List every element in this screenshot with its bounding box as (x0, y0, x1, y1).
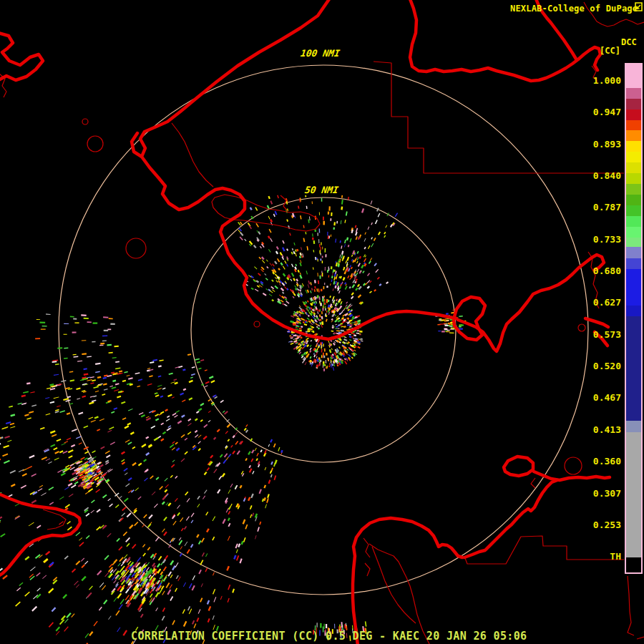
colorbar-segment (626, 421, 641, 432)
colorbar-segment (626, 306, 641, 316)
colorbar-segment (626, 173, 641, 184)
cod-logo-icon (634, 2, 643, 12)
map-thin-line (172, 123, 213, 187)
coastline (534, 472, 610, 480)
lake-outline (126, 238, 146, 258)
colorbar-label: 0.680 (578, 265, 621, 277)
lake-outline (82, 119, 88, 125)
colorbar-segment (626, 238, 641, 247)
colorbar-segment (626, 227, 641, 238)
product-code-label: DCC (621, 37, 637, 47)
colorbar-segment (626, 432, 641, 557)
colorbar-label: 0.467 (578, 392, 621, 404)
colorbar-segment (626, 195, 641, 205)
colorbar-label: 0.733 (578, 234, 621, 245)
map-thin-line (369, 544, 430, 644)
colorbar-segment (626, 120, 641, 130)
colorbar-segment (626, 258, 641, 269)
range-ring (191, 197, 456, 462)
map-thin-line (628, 576, 644, 639)
colorbar-segment (626, 130, 641, 141)
colorbar-segment (626, 64, 641, 88)
colorbar-label: 0.893 (578, 139, 621, 150)
colorbar-segment (626, 141, 641, 152)
colorbar-segment (626, 162, 641, 173)
radar-map-canvas (0, 0, 644, 644)
range-ring-label: 50 NMI (303, 185, 341, 195)
range-rings (59, 65, 588, 595)
product-unit-label: [CC] (600, 46, 620, 56)
colorbar-segment (626, 99, 641, 109)
colorbar-label: 0.787 (578, 202, 621, 213)
coastline (132, 0, 457, 339)
colorbar-label: 0.413 (578, 424, 621, 436)
status-bar-text: CORRELATION COEFFICIENT (CC) 0.5 DEG - K… (131, 630, 527, 643)
colorbar-label: 0.520 (578, 361, 621, 372)
colorbar-label: TH (578, 551, 621, 562)
range-ring (59, 65, 588, 595)
colorbar-segment (626, 247, 641, 258)
map-thin-line (43, 509, 66, 530)
lake-outline (87, 136, 103, 152)
colorbar-segment (626, 109, 641, 120)
colorbar-segment (626, 152, 641, 162)
colorbar-label: 0.573 (578, 329, 621, 341)
colorbar-label: 0.947 (578, 107, 621, 118)
map-thin-line (364, 538, 370, 576)
colorbar-label: 0.627 (578, 297, 621, 308)
colorbar-segment (626, 557, 641, 572)
colorbar-label: 0.840 (578, 170, 621, 182)
range-ring-label: 100 NMI (298, 49, 342, 59)
lake-outline (254, 321, 260, 327)
colorbar-segment (626, 88, 641, 99)
radar-echoes-layer (0, 188, 466, 644)
radar-display: 100 NMI50 NMI 1.0000.9470.8930.8400.7870… (0, 0, 644, 644)
colorbar (625, 63, 643, 574)
colorbar-label: 0.307 (578, 488, 621, 499)
colorbar-label: 0.360 (578, 456, 621, 467)
coastline (0, 33, 43, 80)
coastline (504, 457, 533, 476)
colorbar-label: 0.253 (578, 519, 621, 531)
colorbar-segment (626, 316, 641, 421)
colorbar-segment (626, 216, 641, 227)
colorbar-segment (626, 184, 641, 195)
colorbar-segment (626, 269, 641, 306)
colorbar-segment (626, 205, 641, 216)
map-thin-line (531, 478, 535, 488)
colorbar-label: 1.000 (578, 75, 621, 87)
page-title: NEXLAB-College of DuPage (510, 4, 638, 14)
